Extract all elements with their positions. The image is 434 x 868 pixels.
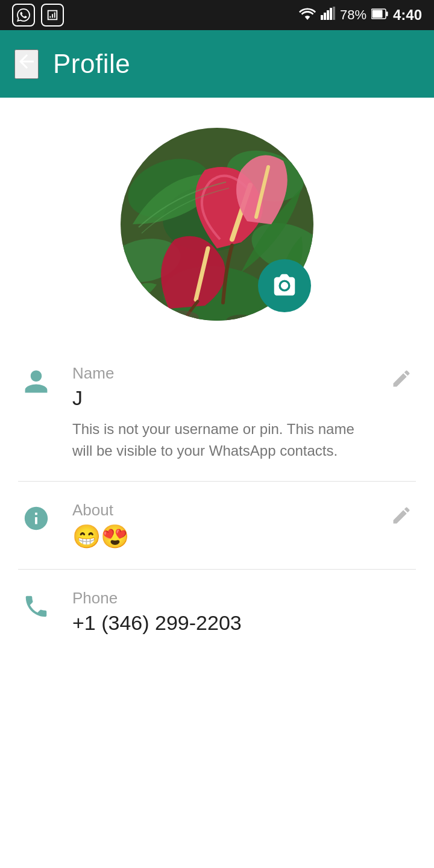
svg-rect-0 <box>321 15 323 20</box>
page-title: Profile <box>53 49 130 79</box>
phone-content: Phone +1 (346) 299-2203 <box>72 589 416 635</box>
about-content: About 😁😍 <box>72 501 369 550</box>
about-label: About <box>72 501 369 520</box>
about-value: 😁😍 <box>72 523 369 550</box>
svg-rect-6 <box>372 10 382 18</box>
signal-icon <box>321 7 335 24</box>
name-content: Name J This is not your username or pin.… <box>72 364 369 462</box>
back-button[interactable] <box>14 49 39 79</box>
profile-photo-section <box>0 98 434 345</box>
chart-icon <box>41 4 64 27</box>
name-row: Name J This is not your username or pin.… <box>18 345 416 482</box>
svg-point-20 <box>139 310 163 319</box>
phone-row: Phone +1 (346) 299-2203 <box>18 570 416 654</box>
time-display: 4:40 <box>393 7 422 24</box>
edit-about-button[interactable] <box>387 501 416 530</box>
name-value: J <box>72 386 369 410</box>
info-icon <box>18 501 54 532</box>
battery-percent: 78% <box>340 7 366 23</box>
status-bar: 78% 4:40 <box>0 0 434 30</box>
wifi-icon <box>299 7 316 24</box>
svg-rect-4 <box>333 7 335 20</box>
status-bar-right: 78% 4:40 <box>299 7 422 24</box>
phone-value: +1 (346) 299-2203 <box>72 611 416 635</box>
whatsapp-icon <box>12 4 35 27</box>
edit-name-button[interactable] <box>387 364 416 393</box>
name-label: Name <box>72 364 369 383</box>
status-bar-left <box>12 4 64 27</box>
avatar-wrapper <box>121 128 313 321</box>
camera-button[interactable] <box>258 259 311 312</box>
svg-rect-7 <box>386 11 388 16</box>
about-row: About 😁😍 <box>18 482 416 570</box>
top-navigation-bar: Profile <box>0 30 434 98</box>
person-icon <box>18 364 54 395</box>
svg-rect-3 <box>330 8 332 20</box>
svg-rect-1 <box>324 13 326 20</box>
phone-icon <box>18 589 54 620</box>
svg-rect-2 <box>327 10 329 20</box>
name-hint: This is not your username or pin. This n… <box>72 418 369 462</box>
battery-icon <box>371 7 388 23</box>
phone-label: Phone <box>72 589 416 608</box>
info-section: Name J This is not your username or pin.… <box>0 345 434 654</box>
